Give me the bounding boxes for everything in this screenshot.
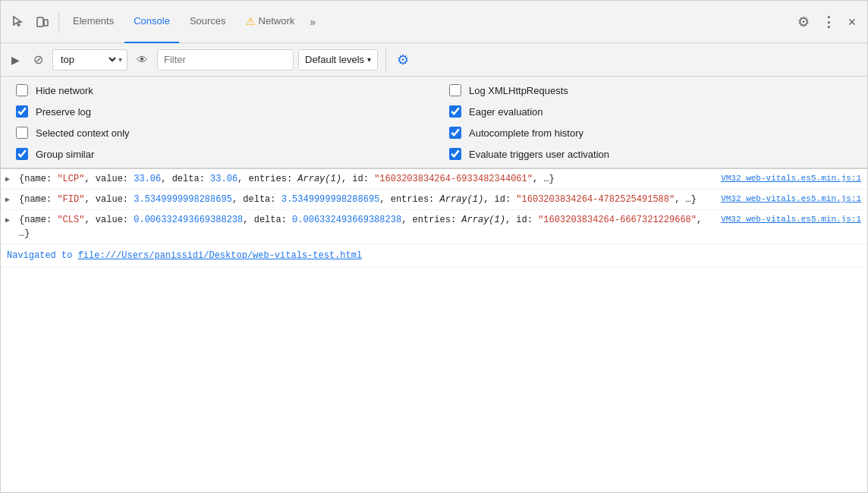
checkbox-evaluate-triggers[interactable] (449, 148, 461, 160)
entry-text: {name: "CLS", value: 0.00633249366938823… (19, 213, 715, 240)
checkboxes-panel: Hide networkLog XMLHttpRequestsPreserve … (1, 77, 867, 169)
entry-part-str: "1603203834264-6667321229668" (538, 215, 697, 225)
entry-header: {name: "CLS", value: 0.00633249366938823… (19, 213, 861, 240)
entry-part-italic: Array(1) (461, 215, 505, 225)
navigated-row: Navigated to file:///Users/panissidi/Des… (1, 244, 867, 268)
checkbox-label-evaluate-triggers: Evaluate triggers user activation (469, 149, 609, 160)
entry-part-num: 3.5349999998288695 (134, 194, 232, 205)
tab-network[interactable]: ⚠ Network (237, 1, 304, 43)
entry-part-num: 0.006332493669388238 (292, 215, 401, 225)
checkbox-hide-network[interactable] (16, 84, 28, 96)
entry-part-key: , entries: (401, 215, 461, 225)
entry-part-str: "1603203834264-6933482344061" (374, 174, 533, 184)
entry-part-key: {name: (19, 174, 57, 184)
navigated-text: Navigated to file:///Users/panissidi/Des… (7, 250, 362, 261)
entry-header: {name: "LCP", value: 33.06, delta: 33.06… (19, 172, 861, 186)
entry-part-key: {name: (19, 194, 57, 205)
checkbox-row-preserve-log[interactable]: Preserve log (16, 105, 419, 118)
entry-part-num: 33.06 (210, 174, 237, 184)
console-output[interactable]: ▶{name: "LCP", value: 33.06, delta: 33.0… (1, 169, 867, 492)
entry-source-link[interactable]: VM32 web-vitals.es5.min.js:1 (721, 213, 861, 226)
entry-part-key: , delta: (161, 174, 210, 184)
checkbox-row-log-xml[interactable]: Log XMLHttpRequests (449, 84, 852, 96)
entry-part-num: 0.006332493669388238 (134, 215, 243, 225)
entry-source-link[interactable]: VM32 web-vitals.es5.min.js:1 (721, 172, 861, 185)
entry-part-key: , delta: (243, 215, 292, 225)
context-selector-wrap: top ▾ (52, 49, 127, 71)
entry-part-str: "LCP" (57, 174, 84, 184)
checkbox-selected-context[interactable] (16, 127, 28, 139)
checkbox-label-hide-network: Hide network (36, 85, 93, 96)
more-tabs-button[interactable]: » (305, 1, 320, 43)
more-options-button[interactable]: ⋮ (817, 11, 840, 33)
entry-part-str: "CLS" (57, 215, 84, 225)
console-entry: ▶{name: "CLS", value: 0.0063324936693882… (1, 210, 867, 244)
navigated-label: Navigated to (7, 250, 78, 261)
checkbox-label-eager-eval: Eager evaluation (469, 106, 543, 118)
network-warning-icon: ⚠ (246, 15, 256, 27)
entry-part-num: 33.06 (134, 174, 161, 184)
tab-elements[interactable]: Elements (64, 1, 123, 43)
checkbox-row-eager-eval[interactable]: Eager evaluation (449, 105, 852, 118)
toolbar-right-actions: ⚙ ⋮ ✕ (793, 11, 861, 33)
checkbox-label-selected-context: Selected context only (36, 127, 130, 139)
entry-part-key: , …} (533, 174, 555, 184)
checkbox-group-similar[interactable] (16, 148, 28, 160)
close-devtools-button[interactable]: ✕ (843, 13, 861, 31)
checkbox-preserve-log[interactable] (16, 105, 28, 118)
context-selector[interactable]: top (58, 53, 118, 66)
default-levels-button[interactable]: Default levels ▾ (298, 49, 378, 71)
eye-button[interactable]: 👁 (132, 50, 153, 69)
entry-part-str: "1603203834264-4782525491588" (516, 194, 675, 205)
tab-sources[interactable]: Sources (181, 1, 235, 43)
checkbox-label-log-xml: Log XMLHttpRequests (469, 85, 568, 96)
checkbox-label-autocomplete-history: Autocomplete from history (469, 127, 583, 139)
checkbox-label-preserve-log: Preserve log (36, 106, 91, 118)
checkbox-log-xml[interactable] (449, 84, 461, 96)
checkbox-row-selected-context[interactable]: Selected context only (16, 127, 419, 139)
console-clear-button[interactable]: ⊘ (29, 49, 48, 70)
checkbox-row-group-similar[interactable]: Group similar (16, 148, 419, 160)
entry-text: {name: "LCP", value: 33.06, delta: 33.06… (19, 172, 555, 186)
toolbar-divider-1 (58, 11, 59, 33)
device-toggle-button[interactable] (31, 12, 54, 32)
entry-text: {name: "FID", value: 3.5349999998288695,… (19, 193, 697, 206)
checkbox-row-autocomplete-history[interactable]: Autocomplete from history (449, 127, 852, 139)
entry-part-key: {name: (19, 215, 57, 225)
console-entry: ▶{name: "LCP", value: 33.06, delta: 33.0… (1, 169, 867, 190)
checkbox-eager-eval[interactable] (449, 105, 461, 118)
entry-source-link[interactable]: VM32 web-vitals.es5.min.js:1 (721, 193, 861, 206)
entry-part-key: , …} (675, 194, 697, 205)
expand-arrow-icon[interactable]: ▶ (5, 174, 10, 185)
filter-input[interactable] (157, 49, 294, 71)
navigated-url[interactable]: file:///Users/panissidi/Desktop/web-vita… (78, 250, 362, 261)
second-toolbar: ▶ ⊘ top ▾ 👁 Default levels ▾ ⚙ (1, 43, 867, 77)
entry-part-key: , value: (84, 174, 134, 184)
entry-part-key: , delta: (232, 194, 281, 205)
console-play-button[interactable]: ▶ (7, 51, 24, 69)
top-toolbar: Elements Console Sources ⚠ Network » ⚙ ⋮… (1, 1, 867, 43)
checkbox-row-hide-network[interactable]: Hide network (16, 84, 419, 96)
expand-arrow-icon[interactable]: ▶ (5, 194, 10, 206)
entry-part-num: 3.5349999998288695 (281, 194, 380, 205)
console-settings-icon[interactable]: ⚙ (394, 49, 412, 71)
entry-part-key: , id: (341, 174, 374, 184)
entry-part-key: , value: (84, 194, 134, 205)
checkbox-row-evaluate-triggers[interactable]: Evaluate triggers user activation (449, 148, 852, 160)
entry-header: {name: "FID", value: 3.5349999998288695,… (19, 193, 861, 206)
cursor-tool-button[interactable] (7, 12, 30, 32)
checkbox-autocomplete-history[interactable] (449, 127, 461, 139)
console-entry: ▶{name: "FID", value: 3.5349999998288695… (1, 190, 867, 210)
entry-part-italic: Array(1) (440, 194, 484, 205)
entry-part-key: , id: (483, 194, 516, 205)
checkbox-label-group-similar: Group similar (36, 149, 94, 160)
entry-part-str: "FID" (57, 194, 84, 205)
tab-console[interactable]: Console (124, 1, 179, 43)
entry-part-key: , value: (84, 215, 134, 225)
second-toolbar-divider (385, 49, 386, 71)
entry-part-key: , id: (505, 215, 538, 225)
entry-part-key: , entries: (237, 174, 297, 184)
expand-arrow-icon[interactable]: ▶ (5, 215, 10, 226)
settings-button[interactable]: ⚙ (793, 11, 814, 33)
svg-rect-1 (44, 20, 48, 26)
